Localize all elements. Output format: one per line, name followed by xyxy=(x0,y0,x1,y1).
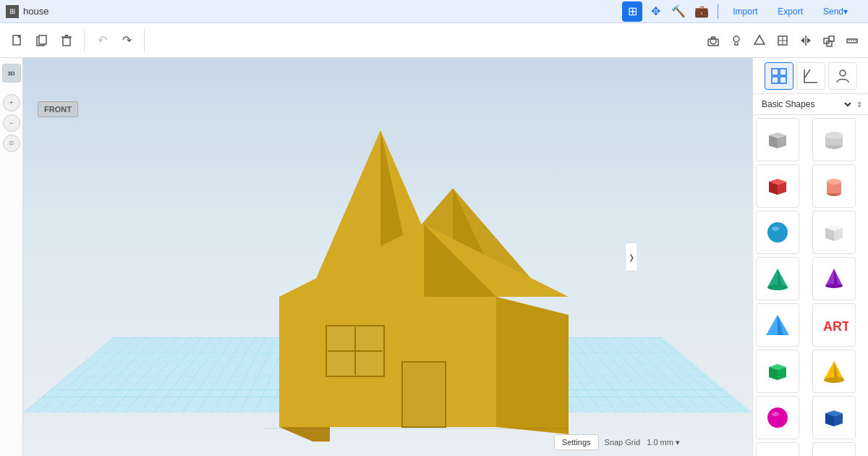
blue-sphere-item[interactable] xyxy=(756,211,799,254)
red-shape-item[interactable] xyxy=(756,164,799,208)
cylinder-shape-item[interactable] xyxy=(812,118,856,161)
settings-btn[interactable]: Settings xyxy=(554,434,599,450)
history-tools-group: ↶ ↷ xyxy=(90,29,145,52)
svg-point-58 xyxy=(767,222,788,242)
file-tools-group xyxy=(6,29,85,52)
rp-view-buttons xyxy=(753,58,868,94)
house-model[interactable] xyxy=(207,94,569,442)
move-nav-btn[interactable]: ✥ xyxy=(645,1,665,22)
svg-point-79 xyxy=(772,412,779,416)
svg-rect-39 xyxy=(404,363,444,426)
sidebar-toggle-btn[interactable]: ❯ xyxy=(625,242,637,271)
svg-rect-32 xyxy=(279,297,496,427)
dropdown-arrow-icon: ⇕ xyxy=(856,101,862,109)
svg-marker-9 xyxy=(754,35,765,44)
zoom-out-btn[interactable]: − xyxy=(3,114,20,132)
redo-btn[interactable]: ↷ xyxy=(115,29,138,52)
shapes-category-select[interactable]: Basic Shapes xyxy=(759,98,854,110)
svg-marker-14 xyxy=(801,38,804,43)
white-shape-item[interactable] xyxy=(812,211,856,254)
svg-rect-42 xyxy=(780,69,786,75)
green-cone-item[interactable] xyxy=(756,257,799,300)
blue-torus-item[interactable] xyxy=(812,442,856,456)
view-align-btn[interactable] xyxy=(773,30,793,51)
gray-partial-item[interactable] xyxy=(756,442,799,456)
title-bar: ⊞ house ⊞ ✥ 🔨 💼 Import Export Send▾ xyxy=(0,0,868,23)
purple-pyramid-item[interactable] xyxy=(812,257,856,300)
send-btn[interactable]: Send▾ xyxy=(814,4,856,20)
zoom-in-btn[interactable]: + xyxy=(3,94,20,111)
view-outline-btn[interactable] xyxy=(749,30,770,51)
svg-rect-44 xyxy=(780,77,786,83)
svg-marker-33 xyxy=(496,297,569,434)
view-ruler-btn[interactable] xyxy=(842,30,862,51)
svg-marker-15 xyxy=(807,38,811,43)
svg-point-45 xyxy=(840,70,846,76)
view-camera-btn[interactable] xyxy=(703,30,723,51)
svg-point-77 xyxy=(824,377,844,383)
view-light-btn[interactable] xyxy=(726,30,746,51)
fit-btn[interactable]: ⊡ xyxy=(3,135,20,152)
box-shape-item[interactable] xyxy=(756,118,799,161)
community-view-btn[interactable] xyxy=(828,62,857,90)
svg-point-57 xyxy=(827,179,841,185)
blue-box-item[interactable] xyxy=(756,350,799,393)
settings-bar: Settings Snap Grid 1.0 mm ▾ xyxy=(554,434,680,450)
delete-btn[interactable] xyxy=(55,29,78,52)
new-btn[interactable] xyxy=(6,29,29,52)
svg-rect-3 xyxy=(63,38,70,46)
left-panel: 3D + − ⊡ xyxy=(0,58,23,456)
house-svg xyxy=(207,94,569,442)
copy-btn[interactable] xyxy=(30,29,54,52)
blue-triangle-item[interactable] xyxy=(756,303,799,347)
gold-pyramid-item[interactable] xyxy=(812,350,856,393)
app-icon: ⊞ xyxy=(6,5,19,18)
orange-cylinder-item[interactable] xyxy=(812,164,856,208)
document-title: house xyxy=(23,6,48,17)
magenta-sphere-item[interactable] xyxy=(756,396,799,439)
shapes-grid: ART xyxy=(753,115,868,456)
snap-grid-label: Snap Grid 1.0 mm ▾ xyxy=(605,438,680,447)
main-area: 3D + − ⊡ FRONT xyxy=(0,58,868,456)
svg-rect-2 xyxy=(39,35,46,44)
nav-cube[interactable]: 3D xyxy=(2,64,21,83)
build-nav-btn[interactable]: 🔨 xyxy=(668,1,689,22)
front-label: FRONT xyxy=(38,101,78,117)
svg-text:ART: ART xyxy=(823,319,848,334)
shapes-dropdown[interactable]: Basic Shapes ⇕ xyxy=(753,94,868,115)
svg-point-65 xyxy=(767,284,788,290)
svg-rect-41 xyxy=(772,69,778,75)
right-panel: Basic Shapes ⇕ xyxy=(752,58,868,456)
svg-point-59 xyxy=(772,227,779,231)
export-btn[interactable]: Export xyxy=(769,4,812,20)
main-toolbar-right: ⊞ ✥ 🔨 💼 Import Export Send▾ xyxy=(622,1,862,22)
svg-point-8 xyxy=(733,36,739,42)
navy-box-item[interactable] xyxy=(812,396,856,439)
toolbar: ↶ ↷ xyxy=(0,23,868,58)
grid-view-nav-btn[interactable]: ⊞ xyxy=(622,1,642,22)
viewport[interactable]: FRONT xyxy=(23,58,752,456)
shapes-view-btn[interactable] xyxy=(765,62,793,90)
view-mirror-btn[interactable] xyxy=(796,30,816,51)
briefcase-nav-btn[interactable]: 💼 xyxy=(692,1,712,22)
text-shape-item[interactable]: ART xyxy=(812,303,856,347)
svg-point-68 xyxy=(825,284,843,288)
undo-btn[interactable]: ↶ xyxy=(90,29,114,52)
svg-point-51 xyxy=(825,132,843,139)
svg-rect-17 xyxy=(829,36,834,41)
import-btn[interactable]: Import xyxy=(724,4,766,20)
view-group-btn[interactable] xyxy=(819,30,839,51)
svg-point-78 xyxy=(767,408,788,428)
svg-rect-43 xyxy=(772,77,778,83)
dimension-view-btn[interactable] xyxy=(796,62,825,90)
